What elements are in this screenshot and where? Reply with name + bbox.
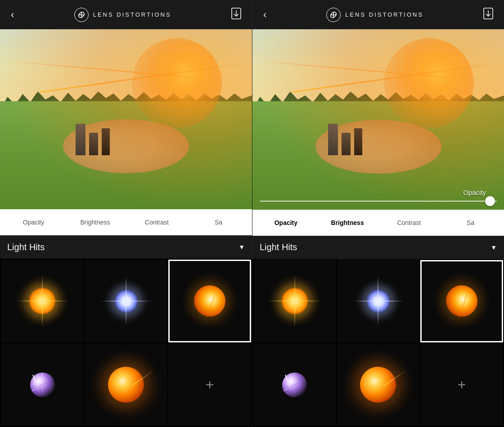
header-right: ‹ LENS DISTORTIONS: [252, 0, 504, 29]
thumb-inner-3-left: [168, 260, 251, 342]
star-yellow-1-left: [29, 288, 56, 315]
download-button-right[interactable]: [480, 4, 497, 25]
back-button-left[interactable]: ‹: [7, 5, 18, 24]
opacity-overlay: Opacity: [252, 29, 504, 210]
player-catcher-left: [89, 133, 98, 155]
thumb-1-left[interactable]: [1, 260, 84, 342]
star-white-2-left: [114, 289, 139, 314]
players-left: [76, 124, 110, 155]
light-hits-section-right: Light Hits ▼: [252, 236, 504, 427]
white-streak-4-right: [285, 375, 292, 394]
light-hits-header-left: Light Hits ▼: [0, 235, 252, 259]
thumb-5-left[interactable]: [85, 343, 167, 426]
opacity-slider-label: Opacity: [463, 189, 486, 196]
controls-row-left: Opacity Brightness Contrast Sa: [0, 209, 252, 235]
player-umpire-left: [102, 128, 110, 155]
left-panel: ‹ LENS DISTORTIONS: [0, 0, 252, 427]
download-icon-left: [231, 8, 241, 19]
thumb-inner-3-right: [420, 260, 503, 343]
glow-orange-5-left: [108, 367, 144, 403]
logo-icon-right: [329, 11, 338, 19]
control-saturation-right[interactable]: Sa: [441, 210, 500, 236]
header-center-right: LENS DISTORTIONS: [326, 8, 423, 22]
logo-icon-left: [77, 11, 86, 19]
thumb-inner-1-right: [253, 260, 336, 343]
thumb-3-right[interactable]: [420, 260, 503, 343]
header-left: ‹ LENS DISTORTIONS: [0, 0, 252, 29]
plus-icon-left: +: [206, 378, 214, 392]
thumb-4-left[interactable]: [1, 343, 84, 426]
thumb-inner-5-left: [85, 343, 167, 426]
glow-orange-5-right: [360, 367, 396, 403]
back-button-right[interactable]: ‹: [260, 5, 270, 24]
app-title-left: LENS DISTORTIONS: [93, 11, 171, 18]
photo-area-left: [0, 29, 252, 209]
light-hits-dropdown-left[interactable]: ▼: [238, 243, 245, 251]
download-button-left[interactable]: [228, 4, 245, 25]
app-title-right: LENS DISTORTIONS: [345, 11, 423, 18]
thumb-inner-2-left: [85, 260, 167, 342]
control-contrast-right[interactable]: Contrast: [379, 210, 439, 236]
white-streak-4-left: [32, 375, 40, 394]
logo-circle-left: [74, 8, 89, 22]
thumb-inner-5-right: [337, 343, 420, 426]
slider-track[interactable]: [260, 201, 497, 202]
star-yellow-1-right: [281, 288, 308, 315]
lens-streak-3-left: [194, 285, 225, 317]
controls-row-right: Opacity Brightness Contrast Sa: [252, 210, 504, 236]
header-center-left: LENS DISTORTIONS: [74, 8, 171, 22]
light-hits-section-left: Light Hits ▼: [0, 235, 252, 427]
player-batter-left: [76, 124, 86, 155]
thumbnails-grid-right: +: [252, 259, 504, 427]
thumb-6-left[interactable]: +: [168, 343, 251, 426]
lens-streak-3-right: [446, 285, 477, 317]
thumb-inner-4-right: [253, 343, 336, 426]
thumb-inner-2-right: [337, 260, 420, 343]
control-brightness-right[interactable]: Brightness: [318, 210, 378, 236]
thumb-1-right[interactable]: [253, 260, 336, 343]
plus-icon-right: +: [458, 378, 466, 392]
thumb-inner-1-left: [1, 260, 84, 342]
slider-thumb[interactable]: [485, 196, 495, 206]
download-icon-right: [483, 8, 493, 19]
flare-purple-4-left: [30, 373, 55, 397]
light-hits-title-left: Light Hits: [7, 242, 45, 252]
star-white-2-right: [366, 289, 391, 314]
control-contrast-left[interactable]: Contrast: [127, 209, 187, 235]
control-saturation-left[interactable]: Sa: [189, 209, 248, 235]
light-hits-header-right: Light Hits ▼: [252, 236, 504, 259]
photo-area-right: Opacity: [252, 29, 504, 210]
sun-flare-left: [132, 38, 222, 128]
control-brightness-left[interactable]: Brightness: [65, 209, 125, 235]
thumb-2-left[interactable]: [85, 260, 167, 342]
right-panel: ‹ LENS DISTORTIONS: [252, 0, 504, 427]
control-opacity-right[interactable]: Opacity: [256, 210, 316, 236]
light-hits-dropdown-right[interactable]: ▼: [490, 244, 497, 251]
thumb-6-right[interactable]: +: [420, 343, 503, 426]
scene-left: [0, 29, 252, 209]
flare-purple-4-right: [282, 373, 307, 397]
control-opacity-left[interactable]: Opacity: [4, 209, 63, 235]
thumb-4-right[interactable]: [253, 343, 336, 426]
thumbnails-grid-left: +: [0, 259, 252, 427]
light-hits-title-right: Light Hits: [260, 242, 297, 252]
thumb-inner-4-left: [1, 343, 84, 426]
thumb-3-left[interactable]: [168, 260, 251, 342]
thumb-2-right[interactable]: [337, 260, 420, 343]
thumb-5-right[interactable]: [337, 343, 420, 426]
logo-circle-right: [326, 8, 341, 22]
